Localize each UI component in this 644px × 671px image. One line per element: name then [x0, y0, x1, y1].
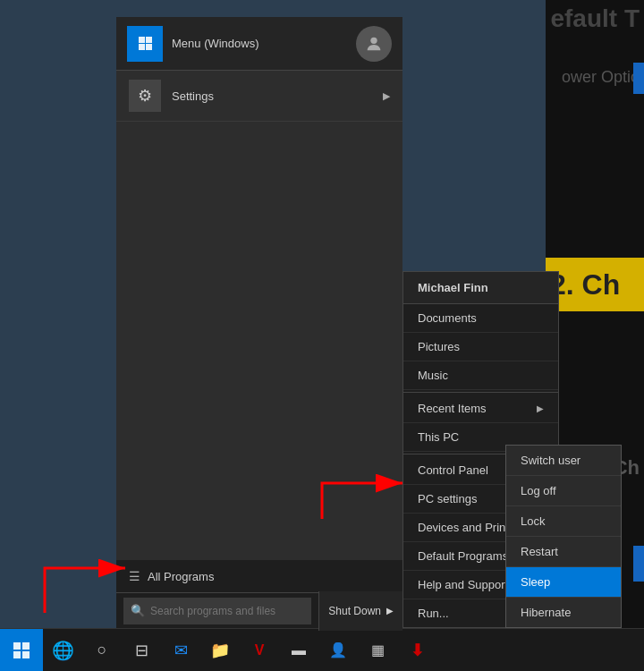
sleep-item[interactable]: Sleep — [506, 567, 621, 598]
user-avatar[interactable] — [356, 26, 392, 62]
search-icon: 🔍 — [131, 604, 145, 617]
globe-icon[interactable]: 🌐 — [45, 633, 80, 668]
desktop-title-text: efault T — [550, 4, 640, 33]
settings-left: ⚙ Settings — [129, 80, 214, 112]
calc-icon[interactable]: ▦ — [360, 633, 395, 668]
settings-row[interactable]: ⚙ Settings ▶ — [116, 71, 402, 122]
start-logo-item[interactable]: Menu (Windows) — [127, 26, 259, 62]
user-icon[interactable]: 👤 — [320, 633, 356, 668]
switch-user-item[interactable]: Switch user — [506, 446, 621, 476]
download-icon[interactable]: ⬇ — [399, 633, 435, 668]
all-programs-button[interactable]: ☰ All Programs — [116, 560, 402, 592]
mail-icon[interactable]: ✉ — [163, 633, 199, 668]
terminal-icon[interactable]: ▬ — [281, 633, 317, 668]
list-icon: ☰ — [129, 569, 140, 583]
start-menu: Menu (Windows) ⚙ Settings ▶ ☰ All Progra… — [116, 17, 402, 628]
power-submenu: Switch user Log off Lock Restart Sleep H… — [505, 445, 622, 628]
programs-area — [116, 122, 402, 560]
pictures-item[interactable]: Pictures — [403, 333, 558, 361]
svg-point-0 — [370, 37, 377, 43]
folder-icon[interactable]: 📁 — [202, 633, 238, 668]
start-menu-title: Menu (Windows) — [172, 37, 259, 50]
search-input[interactable] — [150, 605, 304, 617]
start-logo-box — [127, 26, 163, 62]
lock-item[interactable]: Lock — [506, 506, 621, 537]
recent-items-arrow: ▶ — [537, 403, 544, 413]
log-off-item[interactable]: Log off — [506, 476, 621, 506]
gear-icon: ⚙ — [129, 80, 161, 112]
music-item[interactable]: Music — [403, 361, 558, 390]
username-item[interactable]: Michael Finn — [403, 272, 558, 304]
yellow-bar-text: 2. Ch — [550, 268, 620, 302]
shutdown-arrow: ▶ — [386, 606, 394, 616]
shutdown-button[interactable]: Shut Down ▶ — [318, 591, 402, 631]
settings-label: Settings — [172, 89, 214, 103]
search-shutdown-row: 🔍 Shut Down ▶ — [116, 592, 402, 628]
start-footer: ☰ All Programs 🔍 Shut Down ▶ — [116, 560, 402, 628]
vivaldi-icon[interactable]: V — [242, 633, 277, 668]
shutdown-label: Shut Down — [328, 605, 381, 617]
taskbar: 🌐 ○ ⊟ ✉ 📁 V ▬ 👤 ▦ ⬇ — [0, 628, 644, 671]
desktop-power-text: ower Optio — [557, 64, 644, 90]
settings-arrow: ▶ — [383, 90, 390, 102]
blue-bar-top — [633, 63, 644, 94]
yellow-bar: 2. Ch — [546, 258, 644, 311]
start-button[interactable] — [0, 629, 43, 672]
start-menu-header: Menu (Windows) — [116, 17, 402, 71]
restart-item[interactable]: Restart — [506, 537, 621, 567]
all-programs-label: All Programs — [148, 570, 214, 583]
monitor-icon[interactable]: ⊟ — [123, 633, 159, 668]
search-area[interactable]: 🔍 — [123, 598, 311, 624]
hibernate-item[interactable]: Hibernate — [506, 598, 621, 627]
documents-item[interactable]: Documents — [403, 304, 558, 333]
blue-bar-bottom — [633, 546, 644, 582]
circle-icon[interactable]: ○ — [84, 633, 120, 668]
separator-1 — [403, 392, 558, 393]
recent-items-item[interactable]: Recent Items ▶ — [403, 395, 558, 423]
